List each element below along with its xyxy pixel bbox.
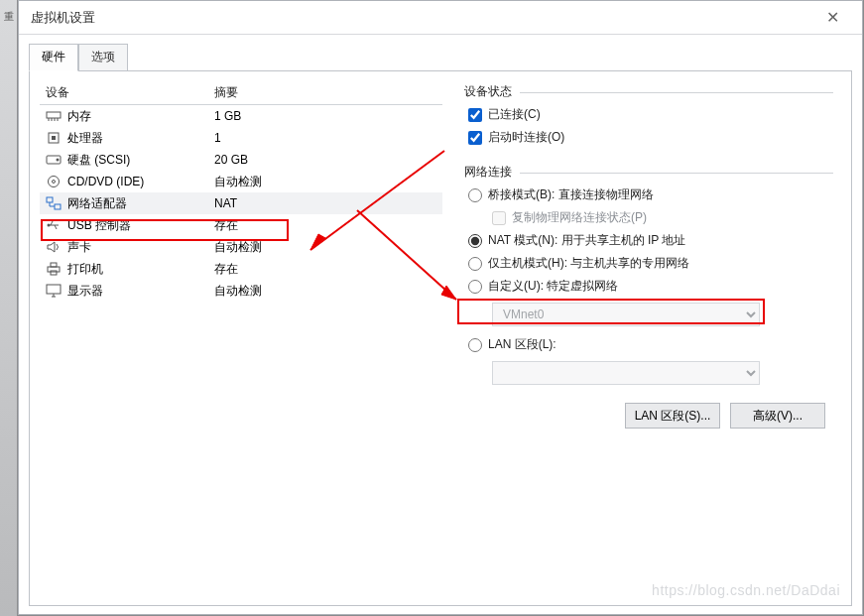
- hw-label: 处理器: [67, 130, 103, 147]
- hardware-header: 设备 摘要: [40, 83, 442, 105]
- chk-connected-input[interactable]: [468, 108, 482, 122]
- svg-point-13: [48, 224, 51, 227]
- radio-hostonly-input[interactable]: [468, 257, 482, 271]
- hw-label: 硬盘 (SCSI): [67, 152, 130, 169]
- tab-hardware[interactable]: 硬件: [29, 44, 78, 71]
- group-title: 设备状态: [464, 83, 833, 100]
- svg-rect-17: [47, 285, 61, 294]
- hw-summary: 自动检测: [210, 283, 440, 300]
- svg-rect-11: [47, 197, 53, 202]
- disc-icon: [46, 175, 62, 188]
- radio-lan-label: LAN 区段(L):: [488, 336, 556, 353]
- hw-summary: 存在: [210, 261, 440, 278]
- hardware-list: 设备 摘要 内存 1 GB 处理器 1 硬盘 (SCSI) 20 GB CD/D…: [40, 83, 450, 593]
- radio-lan[interactable]: LAN 区段(L):: [468, 336, 833, 353]
- hw-summary: 自动检测: [210, 174, 440, 190]
- tab-bar: 硬件 选项: [29, 43, 852, 70]
- chk-connected[interactable]: 已连接(C): [468, 106, 833, 123]
- lan-segment-select: [492, 361, 760, 385]
- svg-rect-12: [55, 204, 61, 209]
- hw-row-disk[interactable]: 硬盘 (SCSI) 20 GB: [40, 149, 442, 171]
- hw-label: 声卡: [67, 239, 91, 256]
- radio-custom-input[interactable]: [468, 280, 482, 294]
- hw-summary: NAT: [210, 196, 440, 210]
- hw-summary: 1 GB: [210, 109, 440, 123]
- monitor-icon: [46, 284, 62, 298]
- hw-row-printer[interactable]: 打印机 存在: [40, 258, 442, 280]
- network-icon: [46, 196, 62, 210]
- tab-panel: 设备 摘要 内存 1 GB 处理器 1 硬盘 (SCSI) 20 GB CD/D…: [29, 70, 852, 606]
- vm-settings-window: 虚拟机设置 ✕ 硬件 选项 设备 摘要 内存 1 GB 处理器 1: [18, 0, 863, 615]
- hw-label: 打印机: [67, 261, 103, 278]
- hw-row-processor[interactable]: 处理器 1: [40, 127, 442, 149]
- hw-summary: 自动检测: [210, 239, 440, 256]
- lan-segments-button[interactable]: LAN 区段(S)...: [625, 403, 720, 429]
- hw-summary: 1: [210, 131, 440, 145]
- memory-icon: [46, 109, 62, 123]
- chk-connect-poweron-input[interactable]: [468, 131, 482, 145]
- hw-label: 内存: [67, 108, 91, 125]
- hw-row-sound[interactable]: 声卡 自动检测: [40, 236, 442, 258]
- window-title: 虚拟机设置: [31, 9, 812, 27]
- detail-pane: 设备状态 已连接(C) 启动时连接(O) 网络连接 桥接模式(B): 直接连接物: [450, 83, 841, 593]
- svg-point-10: [53, 181, 56, 184]
- radio-nat-input[interactable]: [468, 234, 482, 248]
- svg-point-9: [49, 177, 60, 187]
- hw-row-memory[interactable]: 内存 1 GB: [40, 105, 442, 127]
- chk-connect-poweron[interactable]: 启动时连接(O): [468, 129, 833, 146]
- hw-row-display[interactable]: 显示器 自动检测: [40, 280, 442, 302]
- radio-nat[interactable]: NAT 模式(N): 用于共享主机的 IP 地址: [468, 232, 833, 249]
- titlebar: 虚拟机设置 ✕: [19, 1, 862, 35]
- hw-summary: 存在: [210, 217, 440, 234]
- radio-nat-label: NAT 模式(N): 用于共享主机的 IP 地址: [488, 232, 685, 249]
- chk-replicate: 复制物理网络连接状态(P): [492, 209, 833, 226]
- radio-hostonly[interactable]: 仅主机模式(H): 与主机共享的专用网络: [468, 255, 833, 272]
- svg-rect-15: [51, 263, 57, 267]
- usb-icon: [46, 218, 62, 232]
- col-device: 设备: [42, 84, 210, 101]
- col-summary: 摘要: [210, 84, 440, 101]
- chk-connected-label: 已连接(C): [488, 106, 541, 123]
- svg-point-8: [57, 159, 60, 162]
- disk-icon: [46, 153, 62, 167]
- hw-label: 显示器: [67, 283, 103, 300]
- close-icon: ✕: [826, 8, 839, 27]
- cpu-icon: [46, 131, 62, 145]
- advanced-button[interactable]: 高级(V)...: [730, 403, 825, 429]
- sound-icon: [46, 240, 62, 254]
- group-title: 网络连接: [464, 164, 833, 181]
- hw-row-cddvd[interactable]: CD/DVD (IDE) 自动检测: [40, 171, 442, 192]
- hw-label: 网络适配器: [67, 195, 127, 212]
- tab-options[interactable]: 选项: [78, 44, 128, 71]
- device-status-group: 设备状态 已连接(C) 启动时连接(O): [464, 83, 833, 146]
- hw-label: USB 控制器: [67, 217, 131, 234]
- radio-hostonly-label: 仅主机模式(H): 与主机共享的专用网络: [488, 255, 689, 272]
- radio-custom-label: 自定义(U): 特定虚拟网络: [488, 278, 618, 295]
- svg-rect-0: [47, 112, 61, 118]
- printer-icon: [46, 262, 62, 276]
- svg-rect-6: [52, 136, 56, 140]
- radio-bridged-label: 桥接模式(B): 直接连接物理网络: [488, 186, 654, 203]
- hw-row-usb[interactable]: USB 控制器 存在: [40, 214, 442, 236]
- button-row: LAN 区段(S)... 高级(V)...: [464, 403, 833, 429]
- radio-custom[interactable]: 自定义(U): 特定虚拟网络: [468, 278, 833, 295]
- radio-bridged[interactable]: 桥接模式(B): 直接连接物理网络: [468, 186, 833, 203]
- hw-summary: 20 GB: [210, 153, 440, 167]
- custom-vmnet-select: VMnet0: [492, 303, 760, 326]
- chk-replicate-label: 复制物理网络连接状态(P): [512, 209, 647, 226]
- close-button[interactable]: ✕: [812, 3, 852, 33]
- network-group: 网络连接 桥接模式(B): 直接连接物理网络 复制物理网络连接状态(P) NAT…: [464, 164, 833, 385]
- hw-label: CD/DVD (IDE): [67, 175, 144, 188]
- chk-replicate-input: [492, 211, 506, 225]
- radio-lan-input[interactable]: [468, 338, 482, 352]
- hw-row-network[interactable]: 网络适配器 NAT: [40, 192, 442, 214]
- client-area: 硬件 选项 设备 摘要 内存 1 GB 处理器 1 硬盘 (SC: [19, 35, 862, 614]
- chk-connect-poweron-label: 启动时连接(O): [488, 129, 564, 146]
- radio-bridged-input[interactable]: [468, 188, 482, 202]
